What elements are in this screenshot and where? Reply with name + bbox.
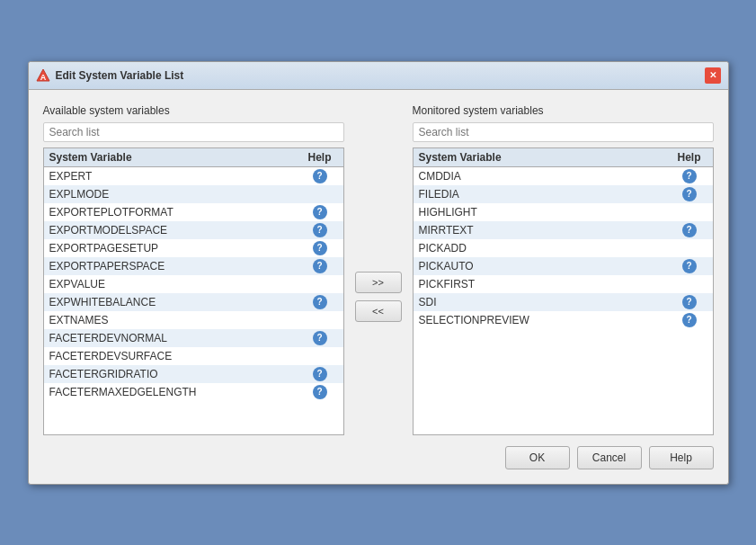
row-var: EXPVALUE: [49, 278, 302, 290]
close-button[interactable]: ✕: [705, 67, 721, 84]
list-item[interactable]: CMDDIA ?: [414, 167, 713, 185]
row-var: CMDDIA: [419, 170, 672, 183]
help-icon[interactable]: ?: [313, 259, 327, 273]
row-help: ?: [302, 331, 338, 345]
list-item[interactable]: FACETERGRIDRATIO ?: [44, 365, 343, 383]
help-icon[interactable]: ?: [313, 223, 327, 237]
row-help: ?: [302, 367, 338, 381]
list-item[interactable]: EXTNAMES: [44, 311, 343, 329]
row-var: EXPERT: [49, 170, 302, 183]
help-icon[interactable]: ?: [313, 241, 327, 255]
list-item[interactable]: EXPLMODE: [44, 185, 343, 203]
row-var: MIRRTEXT: [419, 224, 672, 237]
list-item[interactable]: MIRRTEXT ?: [414, 221, 713, 239]
row-var: EXPORTEPLOTFORMAT: [49, 206, 302, 219]
list-item[interactable]: FACETERDEVSURFACE: [44, 347, 343, 365]
available-list-body[interactable]: EXPERT ? EXPLMODE EXPORTEPLOTFORMAT ? EX…: [44, 167, 343, 430]
row-var: FILEDIA: [419, 188, 672, 201]
list-item[interactable]: PICKAUTO ?: [414, 257, 713, 275]
app-icon: A: [36, 68, 50, 83]
list-item[interactable]: PICKADD: [414, 239, 713, 257]
list-item[interactable]: FILEDIA ?: [414, 185, 713, 203]
row-help: ?: [672, 313, 707, 327]
row-var: SDI: [419, 296, 672, 308]
row-help: ?: [302, 223, 338, 237]
monitored-header-var: System Variable: [419, 151, 672, 164]
row-var: PICKFIRST: [419, 278, 672, 290]
footer: OK Cancel Help: [43, 435, 714, 469]
monitored-panel: Monitored system variables System Variab…: [413, 104, 714, 435]
available-list-header: System Variable Help: [44, 148, 343, 167]
row-help: ?: [302, 205, 338, 219]
cancel-button[interactable]: Cancel: [577, 446, 642, 469]
row-var: PICKAUTO: [419, 260, 672, 272]
row-var: SELECTIONPREVIEW: [419, 314, 672, 326]
help-icon[interactable]: ?: [682, 313, 697, 327]
list-item[interactable]: EXPVALUE: [44, 275, 343, 293]
help-icon[interactable]: ?: [313, 169, 327, 183]
list-item[interactable]: FACETERDEVNORMAL ?: [44, 329, 343, 347]
panels-row: Available system variables System Variab…: [43, 104, 714, 435]
row-help: ?: [672, 259, 707, 273]
list-item[interactable]: EXPORTMODELSPACE ?: [44, 221, 343, 239]
help-button[interactable]: Help: [649, 446, 714, 469]
row-var: EXPWHITEBALANCE: [49, 296, 302, 308]
monitored-list-body[interactable]: CMDDIA ? FILEDIA ? HIGHLIGHT MIRRTEXT ? …: [414, 167, 713, 430]
help-icon[interactable]: ?: [313, 367, 327, 381]
help-icon[interactable]: ?: [682, 295, 697, 309]
help-icon[interactable]: ?: [682, 259, 697, 273]
row-var: FACETERDEVSURFACE: [49, 350, 302, 362]
row-help: ?: [672, 187, 707, 201]
help-icon[interactable]: ?: [313, 331, 327, 345]
list-item[interactable]: EXPERT ?: [44, 167, 343, 185]
help-icon[interactable]: ?: [313, 385, 327, 399]
available-panel: Available system variables System Variab…: [43, 104, 344, 435]
title-bar: A Edit System Variable List ✕: [29, 62, 728, 90]
row-help: ?: [302, 241, 338, 255]
dialog-title: Edit System Variable List: [56, 69, 184, 82]
list-item[interactable]: EXPORTPAGESETUP ?: [44, 239, 343, 257]
row-help: ?: [302, 385, 338, 399]
row-help: ?: [302, 259, 338, 273]
available-panel-label: Available system variables: [43, 104, 344, 117]
help-icon[interactable]: ?: [682, 169, 697, 183]
list-item[interactable]: HIGHLIGHT: [414, 203, 713, 221]
title-bar-left: A Edit System Variable List: [36, 68, 184, 83]
row-var: EXPORTMODELSPACE: [49, 224, 302, 237]
row-var: EXPORTPAGESETUP: [49, 242, 302, 255]
add-button[interactable]: >>: [355, 272, 402, 293]
monitored-header-help: Help: [672, 151, 707, 164]
dialog-body: Available system variables System Variab…: [29, 90, 728, 484]
available-list-container: System Variable Help EXPERT ? EXPLMODE E…: [43, 147, 344, 435]
list-item[interactable]: EXPORTEPLOTFORMAT ?: [44, 203, 343, 221]
help-icon[interactable]: ?: [682, 223, 697, 237]
monitored-list-container: System Variable Help CMDDIA ? FILEDIA ? …: [413, 147, 714, 435]
row-help: ?: [672, 223, 707, 237]
remove-button[interactable]: <<: [355, 300, 402, 322]
row-help: ?: [672, 295, 707, 309]
help-icon[interactable]: ?: [682, 187, 697, 201]
list-item[interactable]: EXPWHITEBALANCE ?: [44, 293, 343, 311]
row-var: EXPORTPAPERSPACE: [49, 260, 302, 272]
row-var: FACETERMAXEDGELENGTH: [49, 386, 302, 398]
available-search-input[interactable]: [43, 122, 344, 142]
list-item[interactable]: SDI ?: [414, 293, 713, 311]
row-var: EXPLMODE: [49, 188, 302, 201]
monitored-search-input[interactable]: [413, 122, 714, 142]
ok-button[interactable]: OK: [505, 446, 570, 469]
row-var: EXTNAMES: [49, 314, 302, 326]
available-header-var: System Variable: [49, 151, 302, 164]
list-item[interactable]: FACETERMAXEDGELENGTH ?: [44, 383, 343, 401]
monitored-panel-label: Monitored system variables: [413, 104, 714, 117]
list-item[interactable]: SELECTIONPREVIEW ?: [414, 311, 713, 329]
row-help: ?: [672, 169, 707, 183]
help-icon[interactable]: ?: [313, 295, 327, 309]
help-icon[interactable]: ?: [313, 205, 327, 219]
list-item[interactable]: PICKFIRST: [414, 275, 713, 293]
monitored-list-header: System Variable Help: [414, 148, 713, 167]
arrow-buttons-col: >> <<: [355, 218, 402, 322]
list-item[interactable]: EXPORTPAPERSPACE ?: [44, 257, 343, 275]
row-help: ?: [302, 295, 338, 309]
row-var: FACETERGRIDRATIO: [49, 368, 302, 380]
available-header-help: Help: [302, 151, 338, 164]
